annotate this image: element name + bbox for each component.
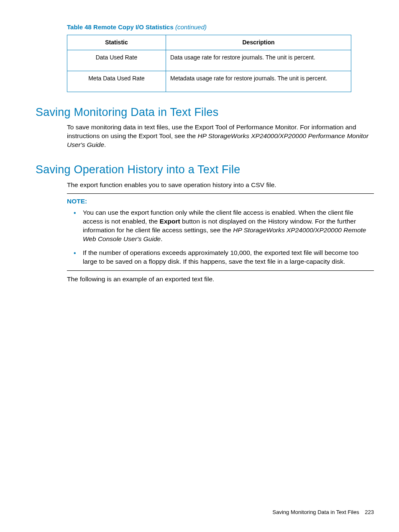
- text-bold-export: Export: [160, 218, 180, 225]
- footer-text: Saving Monitoring Data in Text Files: [273, 509, 359, 515]
- statistics-table: Statistic Description Data Used Rate Dat…: [67, 35, 351, 92]
- table-caption: Table 48 Remote Copy I/O Statistics (con…: [67, 23, 374, 31]
- cell-description: Data usage rate for restore journals. Th…: [166, 50, 351, 71]
- table-row: Data Used Rate Data usage rate for resto…: [67, 50, 351, 71]
- cell-statistic: Meta Data Used Rate: [67, 71, 166, 92]
- text-fragment: .: [161, 235, 162, 242]
- list-item: You can use the export function only whi…: [83, 208, 374, 244]
- page-number: 223: [365, 509, 374, 515]
- para-after-note: The following is an example of an export…: [67, 275, 374, 284]
- text-fragment: .: [104, 141, 106, 148]
- heading-saving-history: Saving Operation History into a Text Fil…: [36, 162, 374, 177]
- caption-main: Table 48 Remote Copy I/O Statistics: [67, 23, 175, 31]
- list-item: If the number of operations exceeds appr…: [83, 249, 374, 266]
- para-monitoring: To save monitoring data in text files, u…: [67, 123, 374, 149]
- cell-statistic: Data Used Rate: [67, 50, 166, 71]
- page-footer: Saving Monitoring Data in Text Files 223: [273, 509, 374, 516]
- col-header-statistic: Statistic: [67, 35, 166, 50]
- table-header-row: Statistic Description: [67, 35, 351, 50]
- heading-saving-monitoring: Saving Monitoring Data in Text Files: [36, 105, 374, 120]
- col-header-description: Description: [166, 35, 351, 50]
- para-history-intro: The export function enables you to save …: [67, 181, 374, 190]
- note-label: NOTE:: [67, 197, 374, 206]
- note-block: NOTE: You can use the export function on…: [67, 193, 374, 270]
- caption-continued: (continued): [175, 23, 207, 31]
- cell-description: Metadata usage rate for restore journals…: [166, 71, 351, 92]
- note-list: You can use the export function only whi…: [67, 208, 374, 266]
- table-row: Meta Data Used Rate Metadata usage rate …: [67, 71, 351, 92]
